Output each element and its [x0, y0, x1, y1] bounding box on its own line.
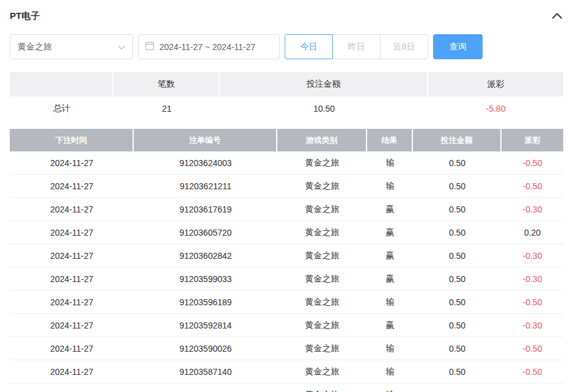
game-type-cell: 黄金之旅 — [277, 337, 367, 360]
payout-cell: 0.20 — [502, 221, 563, 244]
game-select-value: 黄金之旅 — [18, 42, 52, 53]
bet-amount-cell: 0.50 — [413, 198, 502, 220]
bet-time-cell: 2024-11-27 — [10, 314, 134, 336]
summary-header-row: 笔数 投注金额 派彩 — [10, 72, 563, 96]
header-order-id: 注单编号 — [134, 129, 277, 151]
bet-table-body: 2024-11-2791203624003黄金之旅输0.50-0.502024-… — [10, 151, 563, 392]
table-row: 2024-11-2791203592814黄金之旅赢0.50-0.30 — [10, 314, 563, 337]
table-row: 2024-11-2791203602842黄金之旅赢0.50-0.30 — [10, 244, 563, 267]
summary-header-payout: 派彩 — [428, 72, 563, 96]
bet-table-header: 下注时间 注单编号 游戏类别 结果 投注金额 派彩 — [10, 129, 563, 151]
game-type-cell: 黄金之旅 — [277, 198, 367, 220]
table-row: 2024-11-2791203617619黄金之旅赢0.50-0.30 — [10, 198, 563, 221]
bet-amount-cell: 0.50 — [413, 221, 502, 244]
payout-cell: -0.50 — [502, 175, 563, 197]
quick-range-button-group: 今日 昨日 近8日 — [285, 34, 428, 59]
payout-cell: -0.50 — [502, 383, 563, 392]
bet-amount-cell: 0.50 — [413, 267, 502, 290]
bet-time-cell: 2024-11-27 — [10, 175, 134, 197]
calendar-icon — [145, 41, 155, 53]
game-select[interactable]: 黄金之旅 — [10, 34, 133, 59]
payout-cell: -0.30 — [502, 198, 563, 220]
bet-amount-cell: 0.50 — [413, 360, 502, 383]
header-result: 结果 — [367, 129, 413, 151]
today-button[interactable]: 今日 — [285, 34, 333, 59]
bet-time-cell: 2024-11-27 — [10, 383, 134, 392]
result-cell: 赢 — [367, 314, 413, 336]
payout-cell: -0.30 — [502, 314, 563, 336]
bet-amount-cell: 0.50 — [413, 244, 502, 267]
page-title: PT电子 — [10, 10, 40, 22]
bet-amount-cell: 0.50 — [413, 337, 502, 360]
payout-cell: -0.50 — [502, 151, 563, 174]
date-range-input[interactable]: 2024-11-27 ~ 2024-11-27 — [138, 34, 280, 59]
table-row: 2024-11-2791203624003黄金之旅输0.50-0.50 — [10, 151, 563, 175]
bet-time-cell: 2024-11-27 — [10, 337, 134, 360]
summary-bet-amount-value: 10.50 — [220, 96, 428, 121]
payout-cell: -0.50 — [502, 337, 563, 360]
search-button[interactable]: 查询 — [433, 34, 483, 59]
summary-header-blank — [10, 72, 114, 96]
bet-time-cell: 2024-11-27 — [10, 291, 134, 313]
summary-header-count: 笔数 — [114, 72, 220, 96]
order-id-cell: 91203617619 — [134, 198, 277, 220]
bet-table: 下注时间 注单编号 游戏类别 结果 投注金额 派彩 2024-11-279120… — [10, 129, 563, 392]
chevron-down-icon — [118, 42, 125, 53]
table-row: 2024-11-2791203596189黄金之旅输0.50-0.50 — [10, 291, 563, 314]
header-bet-amount: 投注金额 — [413, 129, 502, 151]
table-row: 2024-11-2791203587140黄金之旅输0.50-0.50 — [10, 360, 563, 383]
result-cell: 赢 — [367, 267, 413, 290]
order-id-cell: 91203584236 — [134, 383, 277, 392]
bet-amount-cell: 0.50 — [413, 151, 502, 174]
summary-header-bet-amount: 投注金额 — [220, 72, 428, 96]
order-id-cell: 91203596189 — [134, 291, 277, 313]
result-cell: 赢 — [367, 244, 413, 267]
payout-cell: -0.30 — [502, 244, 563, 267]
bet-time-cell: 2024-11-27 — [10, 360, 134, 383]
result-cell: 输 — [367, 175, 413, 197]
bet-time-cell: 2024-11-27 — [10, 244, 134, 267]
summary-payout-value: -5.80 — [428, 96, 563, 121]
result-cell: 赢 — [367, 198, 413, 220]
result-cell: 输 — [367, 383, 413, 392]
result-cell: 输 — [367, 291, 413, 313]
bet-time-cell: 2024-11-27 — [10, 267, 134, 290]
order-id-cell: 91203587140 — [134, 360, 277, 383]
summary-count-value: 21 — [114, 96, 220, 121]
result-cell: 输 — [367, 337, 413, 360]
table-row: 2024-11-2791203584236黄金之旅输0.50-0.50 — [10, 383, 563, 392]
pt-games-panel: PT电子 黄金之旅 2024-11-27 ~ 2024-11 — [0, 0, 573, 392]
header-payout: 派彩 — [502, 129, 563, 151]
game-type-cell: 黄金之旅 — [277, 291, 367, 313]
summary-total-label: 总计 — [10, 96, 114, 121]
bet-amount-cell: 0.50 — [413, 291, 502, 313]
header-game-type: 游戏类别 — [277, 129, 367, 151]
table-row: 2024-11-2791203590026黄金之旅输0.50-0.50 — [10, 337, 563, 360]
payout-cell: -0.50 — [502, 291, 563, 313]
game-type-cell: 黄金之旅 — [277, 244, 367, 267]
order-id-cell: 91203602842 — [134, 244, 277, 267]
bet-time-cell: 2024-11-27 — [10, 151, 134, 174]
date-range-value: 2024-11-27 ~ 2024-11-27 — [159, 42, 255, 52]
result-cell: 输 — [367, 151, 413, 174]
game-type-cell: 黄金之旅 — [277, 383, 367, 392]
table-row: 2024-11-2791203605720黄金之旅赢0.500.20 — [10, 221, 563, 244]
bet-time-cell: 2024-11-27 — [10, 198, 134, 220]
result-cell: 赢 — [367, 221, 413, 244]
chevron-up-icon — [552, 12, 562, 21]
bet-time-cell: 2024-11-27 — [10, 221, 134, 244]
game-type-cell: 黄金之旅 — [277, 314, 367, 336]
table-row: 2024-11-2791203621211黄金之旅输0.50-0.50 — [10, 175, 563, 198]
yesterday-button[interactable]: 昨日 — [332, 34, 381, 59]
collapse-panel-button[interactable] — [551, 12, 563, 20]
result-cell: 输 — [367, 360, 413, 383]
order-id-cell: 91203624003 — [134, 151, 277, 174]
summary-total-row: 总计 21 10.50 -5.80 — [10, 96, 563, 121]
order-id-cell: 91203605720 — [134, 221, 277, 244]
order-id-cell: 91203592814 — [134, 314, 277, 336]
bet-amount-cell: 0.50 — [413, 314, 502, 336]
order-id-cell: 91203599033 — [134, 267, 277, 290]
last-8-days-button[interactable]: 近8日 — [380, 34, 428, 59]
panel-header: PT电子 — [10, 7, 563, 24]
header-bet-time: 下注时间 — [10, 129, 134, 151]
